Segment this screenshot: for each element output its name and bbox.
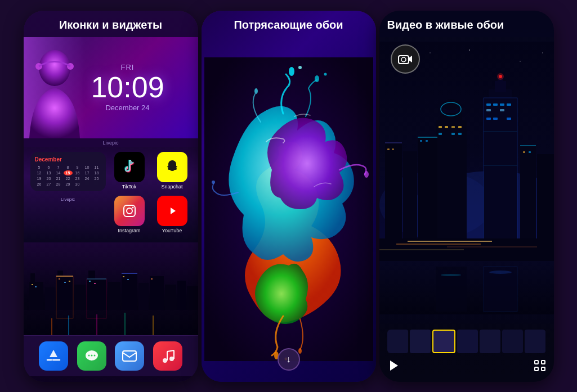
app-instagram-label: Instagram: [118, 228, 140, 233]
home-screen: December 5 6 7 8 9 10 11 12 13 14 15 16: [24, 147, 198, 242]
camera-svg: [398, 53, 413, 65]
svg-marker-137: [390, 361, 398, 371]
lock-date: December 24: [91, 103, 164, 112]
svg-rect-36: [64, 282, 66, 283]
cal-cell: 9: [73, 165, 82, 170]
timeline-strip: [387, 330, 546, 353]
app-youtube-icon: [157, 196, 187, 226]
dock-music-icon[interactable]: [153, 341, 182, 371]
lock-time: 10:09: [91, 71, 164, 103]
panel1-title: Иконки и виджеты: [24, 11, 198, 37]
mail-svg: [122, 350, 137, 362]
video-screen: Видео в живые обои: [379, 11, 554, 382]
music-svg: [160, 348, 175, 364]
app-instagram-container[interactable]: Instagram: [110, 196, 149, 233]
panel-video-wallpapers: Видео в живые обои: [379, 11, 554, 382]
svg-point-50: [88, 354, 90, 356]
app-youtube-container[interactable]: YouTube: [153, 196, 191, 233]
dock-mail-icon[interactable]: [115, 341, 144, 371]
svg-point-128: [441, 274, 461, 276]
cal-cell: 16: [73, 170, 82, 175]
city-skyline-svg: [24, 242, 198, 335]
screenshots-container: Иконки и виджеты: [0, 0, 577, 392]
svg-point-0: [39, 50, 70, 86]
svg-point-66: [298, 348, 302, 354]
cal-cell: 6: [44, 165, 53, 170]
svg-point-132: [520, 61, 521, 62]
cal-cell: 18: [92, 170, 101, 175]
night-city-scene: [379, 42, 554, 314]
cal-month: December: [35, 156, 101, 163]
svg-point-4: [127, 208, 132, 214]
svg-rect-106: [418, 137, 437, 255]
cal-cell: 10: [83, 165, 92, 170]
app-snapchat-label: Snapchat: [161, 184, 182, 190]
cal-cell: 7: [54, 165, 63, 170]
calendar-widget: December 5 6 7 8 9 10 11 12 13 14 15 16: [30, 152, 106, 191]
download-icon: ↓: [287, 354, 291, 364]
paint-splash-area: ↓: [202, 37, 376, 382]
expand-button[interactable]: [534, 359, 546, 374]
svg-rect-138: [535, 361, 538, 364]
panel2-title: Потрясающие обои: [202, 11, 376, 37]
svg-rect-126: [436, 267, 467, 312]
dock-messages-icon[interactable]: [77, 341, 106, 371]
svg-point-64: [324, 73, 326, 76]
svg-point-95: [442, 99, 459, 110]
timeline-thumb-active[interactable]: [432, 330, 455, 353]
svg-point-130: [430, 52, 431, 53]
cal-cell: 11: [92, 165, 101, 170]
svg-rect-39: [94, 283, 96, 284]
app-tiktok-icon: [114, 152, 145, 182]
home-row-2: Livepic Instagram: [30, 196, 191, 233]
svg-rect-88: [507, 118, 511, 120]
svg-rect-38: [89, 281, 91, 282]
app-tiktok-label: TikTok: [122, 184, 137, 190]
cal-cell: 8: [64, 165, 73, 170]
home-row-1: December 5 6 7 8 9 10 11 12 13 14 15 16: [30, 152, 191, 191]
svg-rect-87: [493, 118, 498, 120]
panel-wallpapers: Потрясающие обои: [202, 11, 376, 382]
tiktok-svg: [120, 158, 138, 176]
svg-rect-10: [30, 273, 35, 285]
svg-rect-101: [451, 133, 455, 135]
livepic-widget-area: Livepic: [30, 196, 106, 203]
timeline-thumb-6: [502, 330, 523, 353]
svg-rect-27: [24, 310, 198, 335]
svg-rect-81: [493, 103, 498, 106]
svg-rect-92: [436, 120, 467, 255]
play-button[interactable]: [387, 359, 401, 375]
lock-day: FRI: [91, 63, 164, 71]
svg-rect-80: [486, 103, 491, 106]
svg-rect-100: [439, 133, 442, 135]
app-snapchat-container[interactable]: Snapchat: [153, 152, 191, 191]
cal-cell-today: 15: [64, 170, 73, 175]
timeline-thumb-4: [457, 330, 478, 353]
cal-cell: 28: [54, 182, 63, 187]
app-tiktok-container[interactable]: TikTok: [110, 152, 149, 191]
lock-person-bg: [24, 37, 86, 138]
svg-rect-114: [420, 140, 422, 142]
svg-rect-112: [387, 148, 390, 150]
svg-point-131: [469, 49, 470, 51]
cal-cell: 19: [35, 176, 44, 181]
appstore-svg: [45, 348, 62, 364]
cal-cell: 27: [44, 182, 53, 187]
svg-rect-115: [426, 140, 428, 142]
svg-rect-41: [127, 279, 129, 280]
download-button[interactable]: ↓: [278, 348, 300, 371]
person-silhouette: [24, 37, 86, 138]
svg-rect-34: [35, 286, 37, 287]
video-controls: [387, 359, 546, 375]
svg-rect-33: [32, 284, 33, 285]
app-youtube-label: YouTube: [162, 228, 182, 233]
svg-rect-99: [458, 126, 462, 128]
livepic-label-lock: Livepic: [24, 138, 198, 147]
expand-icon: [534, 359, 546, 372]
dock-appstore-icon[interactable]: [39, 341, 68, 371]
svg-rect-70: [399, 56, 409, 64]
svg-rect-53: [123, 351, 136, 361]
timeline-thumb-2: [410, 330, 431, 353]
wallpaper-screen: Потрясающие обои: [202, 11, 376, 382]
dock: [24, 335, 198, 376]
